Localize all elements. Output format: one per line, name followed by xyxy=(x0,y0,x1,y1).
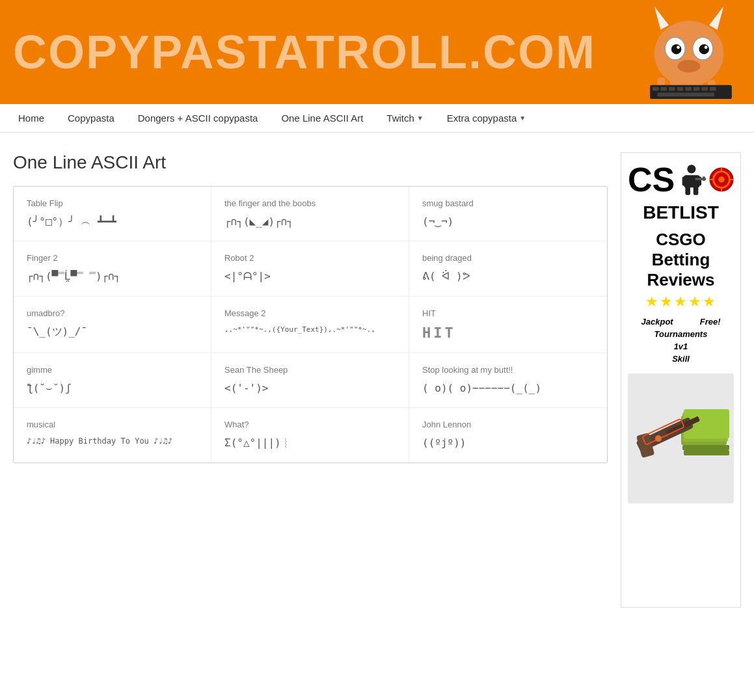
ascii-art: ( o)( o)−−−−−−(_(_) xyxy=(422,381,594,396)
ascii-cell[interactable]: gimme ƪ(˘⌣˘)ʃ xyxy=(14,353,211,407)
ascii-art: ┌∩┐(◣_◢)┌∩┐ xyxy=(224,215,396,229)
site-title: COPYPASTATROLL.COM xyxy=(13,25,596,79)
nav-extra-copypasta[interactable]: Extra copypasta ▼ xyxy=(435,104,537,133)
ascii-label: the finger and the boobs xyxy=(224,198,396,208)
ascii-cell[interactable]: being draged ᕕ( ᐛ )ᕗ xyxy=(409,241,607,295)
svg-rect-27 xyxy=(682,176,688,185)
header-banner: COPYPASTATROLL.COM xyxy=(0,0,754,104)
main-container: One Line ASCII Art Table Flip (╯°□°）╯ ︵ … xyxy=(0,133,754,621)
ascii-label: musical xyxy=(27,420,198,429)
ascii-art: <|°ᗩ°|> xyxy=(224,269,396,284)
ascii-cell[interactable]: musical ♪♩♫♪ Happy Birthday To You ♪♩♫♪ xyxy=(14,408,211,462)
ascii-label: Sean The Sheep xyxy=(224,365,396,375)
feature-skill: Skill xyxy=(672,354,690,364)
feature-free: Free! xyxy=(700,317,721,327)
nav-twitch[interactable]: Twitch ▼ xyxy=(375,104,435,133)
extra-dropdown-arrow: ▼ xyxy=(519,114,526,122)
svg-rect-22 xyxy=(701,87,708,91)
ascii-label: smug bastard xyxy=(422,198,594,208)
svg-point-35 xyxy=(718,176,725,183)
svg-rect-18 xyxy=(669,87,675,91)
ascii-art: ᕕ( ᐛ )ᕗ xyxy=(422,269,594,284)
sidebar-ad[interactable]: CS xyxy=(621,152,741,608)
svg-rect-16 xyxy=(653,87,659,91)
csgo-betting-title: CSGOBettingReviews xyxy=(628,230,734,291)
svg-point-0 xyxy=(654,21,723,87)
ascii-cell[interactable]: Sean The Sheep <('‐')> xyxy=(211,353,409,407)
ascii-row: Finger 2 ┌∩┐(▀̿Ĺ̯▀̿ ̿)┌∩┐ Robot 2 <|°ᗩ°|… xyxy=(14,241,607,296)
svg-rect-44 xyxy=(684,450,729,455)
svg-rect-43 xyxy=(682,445,729,450)
ascii-art: ┌∩┐(▀̿Ĺ̯▀̿ ̿)┌∩┐ xyxy=(27,269,198,284)
nav-one-line-ascii[interactable]: One Line ASCII Art xyxy=(269,104,375,133)
nav-home[interactable]: Home xyxy=(7,104,56,133)
ascii-art: ƪ(˘⌣˘)ʃ xyxy=(27,381,198,396)
page-title: One Line ASCII Art xyxy=(13,152,608,173)
player-icon xyxy=(678,163,706,196)
ascii-row: Table Flip (╯°□°）╯ ︵ ┻━┻ the finger and … xyxy=(14,187,607,241)
sidebar: CS xyxy=(621,152,741,608)
ascii-cell[interactable]: umadbro? ¯\_(ツ)_/¯ xyxy=(14,297,211,353)
ascii-art: ¯\_(ツ)_/¯ xyxy=(27,325,198,339)
feature-row-1: Jackpot Free! xyxy=(628,317,734,327)
twitch-dropdown-arrow: ▼ xyxy=(417,114,424,122)
ascii-art-hit: HIT xyxy=(422,325,594,341)
svg-point-7 xyxy=(677,46,680,49)
svg-point-6 xyxy=(699,44,708,54)
ascii-row: gimme ƪ(˘⌣˘)ʃ Sean The Sheep <('‐')> Sto… xyxy=(14,353,607,408)
ascii-cell[interactable]: Table Flip (╯°□°）╯ ︵ ┻━┻ xyxy=(14,187,211,241)
ascii-art: <('‐')> xyxy=(224,381,396,396)
ascii-cell[interactable]: Message 2 ,.~*'""*~.,({Your_Text}),.~*'"… xyxy=(211,297,409,353)
ascii-art: (╯°□°）╯ ︵ ┻━┻ xyxy=(27,215,198,229)
svg-point-25 xyxy=(688,165,696,173)
svg-rect-32 xyxy=(703,176,705,181)
gun-money-icon xyxy=(629,377,733,500)
svg-marker-2 xyxy=(709,7,723,30)
nav-dongers[interactable]: Dongers + ASCII copypasta xyxy=(126,104,270,133)
ascii-label: Stop looking at my butt!! xyxy=(422,365,594,375)
ascii-art: ♪♩♫♪ Happy Birthday To You ♪♩♫♪ xyxy=(27,436,198,447)
feature-row-3: 1v1 xyxy=(628,342,734,351)
stars-rating: ★★★★★ xyxy=(628,293,734,310)
ascii-cell[interactable]: smug bastard (¬‿¬) xyxy=(409,187,607,241)
ascii-art: ,.~*'""*~.,({Your_Text}),.~*'""*~., xyxy=(224,325,396,334)
svg-rect-21 xyxy=(693,87,700,91)
ascii-cell[interactable]: John Lennon ((ºjº)) xyxy=(409,408,607,462)
ascii-label: Table Flip xyxy=(27,198,198,208)
mascot-icon xyxy=(637,3,741,101)
svg-point-5 xyxy=(671,44,681,54)
feature-row-4: Skill xyxy=(628,354,734,364)
ascii-label: What? xyxy=(224,420,396,429)
ascii-cell[interactable]: Stop looking at my butt!! ( o)( o)−−−−−−… xyxy=(409,353,607,407)
ascii-label: gimme xyxy=(27,365,198,375)
svg-point-9 xyxy=(678,60,701,72)
ascii-art: Σ(°△°|||)︴ xyxy=(224,436,396,450)
ascii-cell[interactable]: HIT HIT xyxy=(409,297,607,353)
ad-image xyxy=(628,373,734,504)
ascii-label: Finger 2 xyxy=(27,253,198,263)
ascii-label: John Lennon xyxy=(422,420,594,429)
ascii-label: being draged xyxy=(422,253,594,263)
ascii-label: HIT xyxy=(422,308,594,318)
ascii-cell[interactable]: What? Σ(°△°|||)︴ xyxy=(211,408,409,462)
feature-jackpot: Jackpot xyxy=(641,317,673,327)
nav-copypasta[interactable]: Copypasta xyxy=(56,104,126,133)
feature-tournaments: Tournaments xyxy=(654,329,708,339)
ascii-cell[interactable]: Robot 2 <|°ᗩ°|> xyxy=(211,241,409,295)
ascii-cell[interactable]: the finger and the boobs ┌∩┐(◣_◢)┌∩┐ xyxy=(211,187,409,241)
feature-row-2: Tournaments xyxy=(628,329,734,339)
betlist-title: BETLIST xyxy=(628,203,734,223)
ascii-art: (¬‿¬) xyxy=(422,215,594,229)
content-area: One Line ASCII Art Table Flip (╯°□°）╯ ︵ … xyxy=(13,152,608,608)
main-nav: Home Copypasta Dongers + ASCII copypasta… xyxy=(0,104,754,133)
svg-rect-24 xyxy=(658,92,714,96)
svg-rect-29 xyxy=(686,186,691,195)
ascii-art: ((ºjº)) xyxy=(422,436,594,450)
ascii-label: Robot 2 xyxy=(224,253,396,263)
circle-logo-icon xyxy=(709,167,734,193)
ad-features: Jackpot Free! Tournaments 1v1 Skill xyxy=(628,317,734,364)
ascii-table: Table Flip (╯°□°）╯ ︵ ┻━┻ the finger and … xyxy=(13,186,608,463)
ascii-label: umadbro? xyxy=(27,308,198,318)
ascii-cell[interactable]: Finger 2 ┌∩┐(▀̿Ĺ̯▀̿ ̿)┌∩┐ xyxy=(14,241,211,295)
feature-1v1: 1v1 xyxy=(674,342,688,351)
